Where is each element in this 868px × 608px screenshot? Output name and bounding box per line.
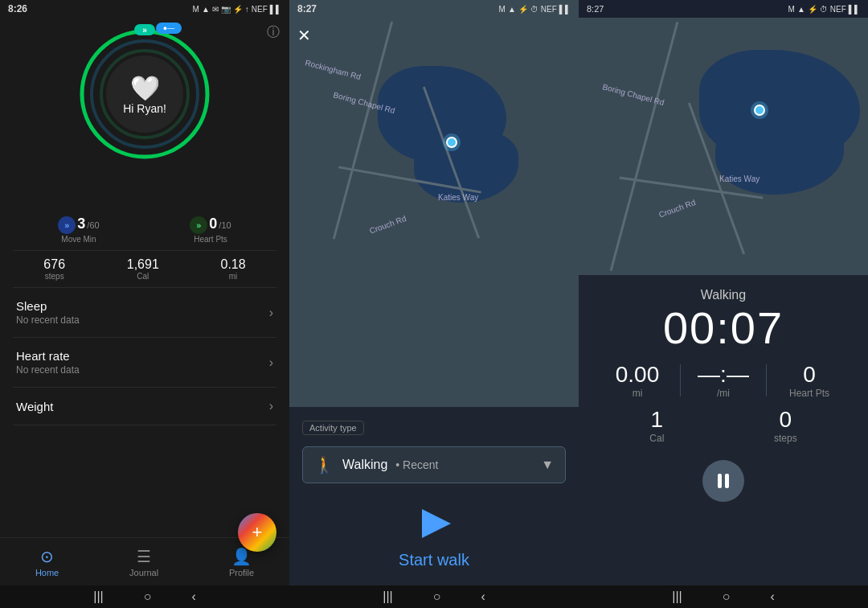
mi-val: 0.18 xyxy=(221,257,246,272)
recent-nav[interactable]: ||| xyxy=(93,590,103,604)
sleep-row[interactable]: Sleep No recent data › xyxy=(13,288,276,338)
back-nav-p3[interactable]: ‹ xyxy=(770,590,774,604)
heart-pts-workout-val: 0 xyxy=(803,362,816,388)
greeting-text: Hi Ryan! xyxy=(123,102,166,115)
play-icon xyxy=(422,509,451,538)
heart-pts-label: Heart Pts xyxy=(194,235,227,244)
steps-stat: 676 steps xyxy=(43,257,65,281)
distance-unit: mi xyxy=(633,388,643,399)
profile-label: Profile xyxy=(229,568,254,577)
home-nav[interactable]: ○ xyxy=(144,590,152,604)
heart-pts-icon: » xyxy=(190,216,207,234)
heart-pts-denom: /10 xyxy=(219,220,231,230)
sleep-title: Sleep xyxy=(16,299,80,313)
fitness-ring-area: » ●— 🤍 Hi Ryan! xyxy=(0,18,289,203)
journal-label: Journal xyxy=(129,568,158,577)
system-nav-p3: ||| ○ ‹ xyxy=(579,585,868,608)
recent-nav-p3[interactable]: ||| xyxy=(672,590,682,604)
home-nav-p3[interactable]: ○ xyxy=(723,590,731,604)
status-bar-p2: 8:27 M ▲ ⚡ ⏱ NEF ▌▌ xyxy=(289,0,579,18)
back-nav-p2[interactable]: ‹ xyxy=(481,590,485,604)
activity-type-label: Activity type xyxy=(302,421,364,435)
system-nav-p1: ||| ○ ‹ xyxy=(0,585,289,608)
time-p3: 8:27 xyxy=(587,4,604,14)
distance-val: 0.00 xyxy=(616,362,660,388)
workout-secondary-stats: 1 Cal 0 steps xyxy=(595,407,852,444)
nav-home[interactable]: ⊙ Home xyxy=(35,547,59,577)
workout-tracking-panel: 8:27 M ▲ ⚡ ⏱ NEF ▌▌ Boring Chapel Rd Kat… xyxy=(579,0,868,608)
road-label-rockingham: Rockingham Rd xyxy=(305,58,362,81)
heart-pts-stat: » 0 /10 Heart Pts xyxy=(190,216,231,244)
activity-ring: 🤍 Hi Ryan! xyxy=(76,26,213,162)
road-label-crouch: Crouch Rd xyxy=(368,214,407,236)
move-min-denom: /60 xyxy=(87,220,99,230)
start-walk-label: Start walk xyxy=(399,551,469,569)
move-min-label: Move Min xyxy=(61,235,96,244)
ring-center: 🤍 Hi Ryan! xyxy=(123,74,166,115)
move-icon: » xyxy=(58,216,76,234)
road-label-boring-p3: Boring Chapel Rd xyxy=(602,82,665,107)
journal-icon: ☰ xyxy=(137,547,151,566)
nav-profile[interactable]: 👤 Profile xyxy=(229,547,254,577)
location-dot xyxy=(446,137,457,148)
start-button-area: Start walk xyxy=(302,496,566,573)
weight-title: Weight xyxy=(16,400,53,413)
heart-rate-row[interactable]: Heart rate No recent data › xyxy=(13,338,276,388)
sleep-chevron: › xyxy=(269,306,273,320)
pause-icon xyxy=(718,474,729,488)
pace-stat: —:— /mi xyxy=(681,362,766,399)
time-p2: 8:27 xyxy=(297,3,317,14)
steps-val: 676 xyxy=(43,257,65,272)
time-p1: 8:26 xyxy=(8,3,27,14)
map-background: Rockingham Rd Boring Chapel Rd Katies Wa… xyxy=(289,18,579,407)
walking-icon: 🚶 xyxy=(314,455,334,474)
status-icons-p1: M ▲ ✉ 📷 ⚡ ↑ NEF ▌▌ xyxy=(193,5,281,14)
distance-stat: 0.00 mi xyxy=(595,362,680,399)
water-body-2 xyxy=(414,130,518,203)
status-icons-p2: M ▲ ⚡ ⏱ NEF ▌▌ xyxy=(499,5,571,14)
home-nav-p2[interactable]: ○ xyxy=(433,590,441,604)
workout-primary-stats: 0.00 mi —:— /mi 0 Heart Pts xyxy=(595,362,852,399)
info-icon[interactable]: ⓘ xyxy=(267,24,280,41)
small-stats-row: 676 steps 1,691 Cal 0.18 mi xyxy=(13,251,276,288)
move-min-val: 3 xyxy=(77,216,85,232)
map-view: Rockingham Rd Boring Chapel Rd Katies Wa… xyxy=(289,18,579,407)
heart-rate-chevron: › xyxy=(269,355,273,370)
workout-stats-panel: Walking 00:07 0.00 mi —:— /mi 0 Heart Pt… xyxy=(579,275,868,585)
home-icon: ⊙ xyxy=(40,547,54,566)
recent-nav-p2[interactable]: ||| xyxy=(383,590,392,604)
weight-chevron: › xyxy=(269,399,273,413)
cal-workout-val: 1 xyxy=(651,407,664,433)
road-p3-1 xyxy=(610,22,679,271)
sleep-subtitle: No recent data xyxy=(16,314,80,326)
steps-workout-unit: steps xyxy=(774,433,797,444)
pace-val: —:— xyxy=(698,362,749,388)
weight-row[interactable]: Weight › xyxy=(13,388,276,425)
steps-workout-val: 0 xyxy=(780,407,792,433)
pause-button[interactable] xyxy=(702,460,744,502)
start-walk-button[interactable] xyxy=(413,503,455,544)
cal-val: 1,691 xyxy=(127,257,159,272)
workout-map: Boring Chapel Rd Katies Way Crouch Rd xyxy=(579,18,868,275)
steps-workout-stat: 0 steps xyxy=(774,407,797,444)
primary-stats-row: » 3 /60 Move Min » 0 /10 Heart Pts xyxy=(13,209,276,251)
road-label-crouch-p3: Crouch Rd xyxy=(657,198,697,220)
back-nav[interactable]: ‹ xyxy=(191,590,195,604)
add-activity-fab[interactable]: + xyxy=(238,513,276,552)
system-nav-p2: ||| ○ ‹ xyxy=(289,585,579,608)
activity-name: Walking xyxy=(342,458,387,472)
activity-card: Activity type 🚶 Walking • Recent ▼ Start… xyxy=(289,407,579,585)
close-button[interactable]: ✕ xyxy=(297,26,311,45)
cal-workout-stat: 1 Cal xyxy=(649,407,664,444)
heart-rate-subtitle: No recent data xyxy=(16,364,80,376)
status-bar-p3: 8:27 M ▲ ⚡ ⏱ NEF ▌▌ xyxy=(579,0,868,18)
activity-recent: • Recent xyxy=(395,458,438,471)
workout-type-label: Walking xyxy=(595,288,852,302)
mi-stat: 0.18 mi xyxy=(221,257,246,281)
nav-journal[interactable]: ☰ Journal xyxy=(129,547,158,577)
fitness-home-panel: 8:26 M ▲ ✉ 📷 ⚡ ↑ NEF ▌▌ » ●— xyxy=(0,0,289,608)
activity-selector[interactable]: 🚶 Walking • Recent ▼ xyxy=(302,446,566,483)
steps-label: steps xyxy=(45,272,64,281)
heart-pts-workout-unit: Heart Pts xyxy=(789,388,829,399)
cal-stat: 1,691 Cal xyxy=(127,257,159,281)
